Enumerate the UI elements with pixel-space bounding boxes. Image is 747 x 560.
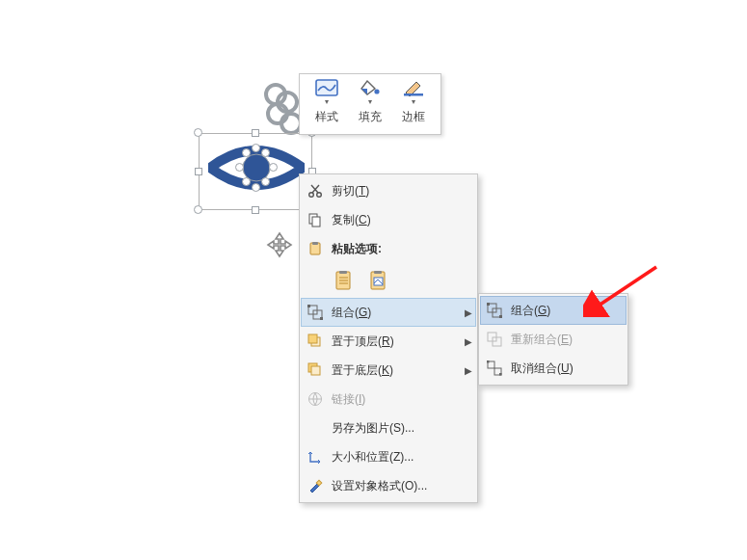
- submenu-arrow-icon: ▶: [463, 365, 472, 376]
- style-label: 样式: [315, 109, 338, 125]
- menu-item-size-and-position[interactable]: 大小和位置(Z)...: [301, 442, 476, 471]
- submenu-item-group[interactable]: 组合(G): [480, 296, 627, 325]
- border-label: 边框: [402, 109, 425, 125]
- menu-item-format-object[interactable]: 设置对象格式(O)...: [301, 471, 476, 500]
- svg-rect-41: [487, 360, 490, 363]
- menu-item-label: 组合(G): [332, 305, 463, 321]
- svg-rect-14: [312, 242, 318, 245]
- svg-point-10: [317, 193, 322, 198]
- svg-rect-12: [312, 217, 320, 227]
- menu-item-label: 粘贴选项:: [332, 241, 472, 257]
- menu-item-label: 设置对象格式(O)...: [332, 478, 472, 494]
- format-object-icon: [305, 475, 326, 496]
- send-back-icon: [305, 360, 326, 381]
- svg-rect-26: [320, 317, 323, 320]
- move-cursor-icon: [266, 231, 293, 258]
- context-submenu-group: 组合(G) 重新组合(E) 取消组合(U): [478, 293, 628, 386]
- copy-icon: [305, 209, 326, 230]
- menu-item-label: 剪切(T): [332, 183, 472, 200]
- svg-rect-25: [307, 305, 310, 307]
- menu-item-label: 置于顶层(R): [332, 333, 463, 350]
- submenu-arrow-icon: ▶: [463, 336, 472, 347]
- menu-item-copy[interactable]: 复制(C): [301, 205, 476, 234]
- svg-rect-30: [311, 366, 320, 375]
- svg-point-3: [281, 114, 301, 133]
- link-icon: [305, 388, 326, 410]
- blank-icon: [305, 417, 326, 439]
- menu-item-label: 重新组合(E): [511, 332, 623, 348]
- fill-dropdown[interactable]: ▾ 填充: [349, 78, 392, 132]
- size-position-icon: [305, 446, 326, 467]
- menu-item-label: 组合(G): [511, 303, 623, 319]
- style-icon: [314, 78, 339, 97]
- submenu-arrow-icon: ▶: [463, 307, 472, 318]
- svg-rect-36: [499, 315, 502, 318]
- menu-item-label: 取消组合(U): [511, 360, 623, 377]
- svg-rect-21: [374, 271, 382, 274]
- menu-item-label: 复制(C): [332, 212, 472, 228]
- menu-item-label: 链接(I): [332, 391, 472, 408]
- border-icon: [401, 78, 426, 97]
- ungroup-icon: [484, 358, 505, 379]
- menu-item-cut[interactable]: 剪切(T): [301, 176, 476, 205]
- svg-rect-35: [487, 303, 490, 306]
- bring-front-icon: [305, 331, 326, 352]
- paste-icon: [305, 238, 326, 259]
- style-dropdown[interactable]: ▾ 样式: [306, 78, 349, 132]
- menu-header-paste-options: 粘贴选项:: [301, 234, 476, 263]
- paste-options-row: [301, 263, 476, 298]
- menu-item-bring-to-front[interactable]: 置于顶层(R) ▶: [301, 327, 476, 356]
- menu-item-save-as-picture[interactable]: 另存为图片(S)...: [301, 413, 476, 442]
- svg-point-9: [309, 193, 314, 198]
- menu-item-label: 大小和位置(Z)...: [332, 449, 472, 466]
- fill-icon: [358, 78, 383, 97]
- cut-icon: [305, 180, 326, 201]
- menu-item-link: 链接(I): [301, 385, 476, 413]
- menu-item-label: 另存为图片(S)...: [332, 420, 472, 437]
- context-menu: 剪切(T) 复制(C) 粘贴选项: 组合(G) ▶ 置于顶层(R) ▶: [299, 173, 478, 503]
- menu-item-send-to-back[interactable]: 置于底层(K) ▶: [301, 356, 476, 385]
- fill-label: 填充: [359, 109, 382, 125]
- regroup-icon: [484, 329, 505, 350]
- mini-format-toolbar: ▾ 样式 ▾ 填充 ▾ 边框: [299, 73, 441, 135]
- submenu-item-ungroup[interactable]: 取消组合(U): [480, 354, 627, 383]
- svg-rect-16: [339, 271, 347, 274]
- border-dropdown[interactable]: ▾ 边框: [391, 78, 435, 132]
- menu-item-group[interactable]: 组合(G) ▶: [301, 298, 476, 327]
- canvas-selected-shape[interactable]: [199, 123, 314, 216]
- group-icon: [484, 300, 505, 321]
- svg-rect-42: [499, 373, 502, 376]
- svg-rect-8: [404, 93, 423, 96]
- svg-point-7: [374, 89, 379, 93]
- group-icon: [305, 302, 326, 323]
- svg-rect-28: [308, 334, 317, 343]
- paste-option-keep-formatting[interactable]: [332, 268, 357, 293]
- submenu-item-regroup: 重新组合(E): [480, 325, 627, 354]
- menu-item-label: 置于底层(K): [332, 362, 463, 379]
- paste-option-picture[interactable]: [366, 268, 391, 293]
